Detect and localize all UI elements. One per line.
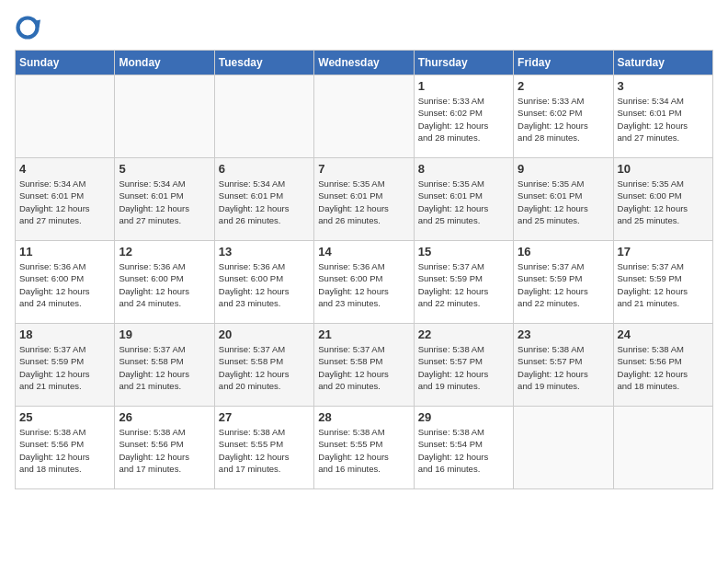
calendar-cell: 8Sunrise: 5:35 AM Sunset: 6:01 PM Daylig… [414,158,513,241]
day-number: 27 [219,410,310,424]
day-number: 11 [19,245,110,259]
day-number: 4 [19,162,110,176]
day-number: 23 [518,327,609,341]
svg-point-1 [20,20,36,36]
day-number: 12 [119,245,210,259]
calendar-cell: 18Sunrise: 5:37 AM Sunset: 5:59 PM Dayli… [16,324,115,407]
calendar-week-row: 11Sunrise: 5:36 AM Sunset: 6:00 PM Dayli… [16,241,713,324]
day-info: Sunrise: 5:38 AM Sunset: 5:57 PM Dayligh… [418,343,509,392]
day-info: Sunrise: 5:35 AM Sunset: 6:01 PM Dayligh… [518,178,609,226]
day-info: Sunrise: 5:36 AM Sunset: 6:00 PM Dayligh… [119,260,210,309]
day-info: Sunrise: 5:38 AM Sunset: 5:56 PM Dayligh… [19,426,110,475]
calendar-week-row: 1Sunrise: 5:33 AM Sunset: 6:02 PM Daylig… [16,75,713,158]
day-number: 17 [618,245,709,259]
calendar-table: SundayMondayTuesdayWednesdayThursdayFrid… [15,50,713,489]
calendar-cell: 24Sunrise: 5:38 AM Sunset: 5:56 PM Dayli… [613,324,712,407]
calendar-cell: 6Sunrise: 5:34 AM Sunset: 6:01 PM Daylig… [214,158,313,241]
day-info: Sunrise: 5:34 AM Sunset: 6:01 PM Dayligh… [19,178,110,226]
day-number: 5 [119,162,210,176]
calendar-cell [514,407,613,489]
day-number: 7 [318,162,409,176]
day-info: Sunrise: 5:36 AM Sunset: 6:00 PM Dayligh… [19,260,110,309]
day-number: 13 [219,245,310,259]
day-header-friday: Friday [514,51,613,75]
day-info: Sunrise: 5:35 AM Sunset: 6:01 PM Dayligh… [318,178,409,226]
day-info: Sunrise: 5:34 AM Sunset: 6:01 PM Dayligh… [618,95,709,144]
calendar-cell: 26Sunrise: 5:38 AM Sunset: 5:56 PM Dayli… [115,407,214,489]
day-number: 24 [618,327,709,341]
day-info: Sunrise: 5:36 AM Sunset: 6:00 PM Dayligh… [318,260,409,309]
day-info: Sunrise: 5:38 AM Sunset: 5:55 PM Dayligh… [219,426,310,475]
calendar-cell: 9Sunrise: 5:35 AM Sunset: 6:01 PM Daylig… [514,158,613,241]
day-number: 19 [119,327,210,341]
day-header-monday: Monday [115,51,214,75]
calendar-cell: 19Sunrise: 5:37 AM Sunset: 5:58 PM Dayli… [115,324,214,407]
calendar-cell: 25Sunrise: 5:38 AM Sunset: 5:56 PM Dayli… [16,407,115,489]
calendar-cell: 28Sunrise: 5:38 AM Sunset: 5:55 PM Dayli… [314,407,414,489]
calendar-cell: 16Sunrise: 5:37 AM Sunset: 5:59 PM Dayli… [514,241,613,324]
day-header-thursday: Thursday [414,51,513,75]
day-header-sunday: Sunday [16,51,115,75]
day-number: 26 [119,410,210,424]
calendar-cell [115,75,214,158]
calendar-cell: 23Sunrise: 5:38 AM Sunset: 5:57 PM Dayli… [514,324,613,407]
calendar-cell: 12Sunrise: 5:36 AM Sunset: 6:00 PM Dayli… [115,241,214,324]
calendar-cell: 2Sunrise: 5:33 AM Sunset: 6:02 PM Daylig… [514,75,613,158]
calendar-cell: 4Sunrise: 5:34 AM Sunset: 6:01 PM Daylig… [16,158,115,241]
calendar-cell [314,75,414,158]
day-number: 29 [418,410,509,424]
calendar-cell: 1Sunrise: 5:33 AM Sunset: 6:02 PM Daylig… [414,75,513,158]
day-info: Sunrise: 5:37 AM Sunset: 5:59 PM Dayligh… [418,260,509,309]
calendar-cell: 3Sunrise: 5:34 AM Sunset: 6:01 PM Daylig… [613,75,712,158]
day-header-tuesday: Tuesday [214,51,313,75]
day-number: 25 [19,410,110,424]
day-header-wednesday: Wednesday [314,51,414,75]
day-header-saturday: Saturday [613,51,712,75]
day-number: 21 [318,327,409,341]
calendar-week-row: 18Sunrise: 5:37 AM Sunset: 5:59 PM Dayli… [16,324,713,407]
calendar-cell [214,75,313,158]
day-info: Sunrise: 5:33 AM Sunset: 6:02 PM Dayligh… [518,95,609,144]
day-info: Sunrise: 5:37 AM Sunset: 5:59 PM Dayligh… [618,260,709,309]
calendar-cell: 22Sunrise: 5:38 AM Sunset: 5:57 PM Dayli… [414,324,513,407]
day-info: Sunrise: 5:34 AM Sunset: 6:01 PM Dayligh… [219,178,310,226]
calendar-cell: 15Sunrise: 5:37 AM Sunset: 5:59 PM Dayli… [414,241,513,324]
day-info: Sunrise: 5:35 AM Sunset: 6:00 PM Dayligh… [618,178,709,226]
calendar-cell: 13Sunrise: 5:36 AM Sunset: 6:00 PM Dayli… [214,241,313,324]
calendar-week-row: 4Sunrise: 5:34 AM Sunset: 6:01 PM Daylig… [16,158,713,241]
calendar-cell: 27Sunrise: 5:38 AM Sunset: 5:55 PM Dayli… [214,407,313,489]
calendar-cell: 11Sunrise: 5:36 AM Sunset: 6:00 PM Dayli… [16,241,115,324]
day-number: 22 [418,327,509,341]
calendar-cell: 21Sunrise: 5:37 AM Sunset: 5:58 PM Dayli… [314,324,414,407]
calendar-cell: 10Sunrise: 5:35 AM Sunset: 6:00 PM Dayli… [613,158,712,241]
calendar-cell: 14Sunrise: 5:36 AM Sunset: 6:00 PM Dayli… [314,241,414,324]
day-info: Sunrise: 5:37 AM Sunset: 5:58 PM Dayligh… [119,343,210,392]
day-info: Sunrise: 5:36 AM Sunset: 6:00 PM Dayligh… [219,260,310,309]
day-info: Sunrise: 5:38 AM Sunset: 5:54 PM Dayligh… [418,426,509,475]
day-number: 2 [518,79,609,93]
day-info: Sunrise: 5:38 AM Sunset: 5:56 PM Dayligh… [119,426,210,475]
day-info: Sunrise: 5:38 AM Sunset: 5:55 PM Dayligh… [318,426,409,475]
day-number: 3 [618,79,709,93]
calendar-cell [613,407,712,489]
day-number: 10 [618,162,709,176]
calendar-cell: 20Sunrise: 5:37 AM Sunset: 5:58 PM Dayli… [214,324,313,407]
day-number: 14 [318,245,409,259]
day-number: 15 [418,245,509,259]
calendar-cell: 7Sunrise: 5:35 AM Sunset: 6:01 PM Daylig… [314,158,414,241]
day-info: Sunrise: 5:37 AM Sunset: 5:58 PM Dayligh… [219,343,310,392]
day-info: Sunrise: 5:34 AM Sunset: 6:01 PM Dayligh… [119,178,210,226]
day-number: 16 [518,245,609,259]
logo [15,15,44,40]
day-number: 20 [219,327,310,341]
day-number: 1 [418,79,509,93]
calendar-cell [16,75,115,158]
day-info: Sunrise: 5:37 AM Sunset: 5:58 PM Dayligh… [318,343,409,392]
day-info: Sunrise: 5:33 AM Sunset: 6:02 PM Dayligh… [418,95,509,144]
day-info: Sunrise: 5:38 AM Sunset: 5:57 PM Dayligh… [518,343,609,392]
calendar-week-row: 25Sunrise: 5:38 AM Sunset: 5:56 PM Dayli… [16,407,713,489]
calendar-cell: 5Sunrise: 5:34 AM Sunset: 6:01 PM Daylig… [115,158,214,241]
day-number: 18 [19,327,110,341]
day-info: Sunrise: 5:35 AM Sunset: 6:01 PM Dayligh… [418,178,509,226]
calendar-header-row: SundayMondayTuesdayWednesdayThursdayFrid… [16,51,713,75]
